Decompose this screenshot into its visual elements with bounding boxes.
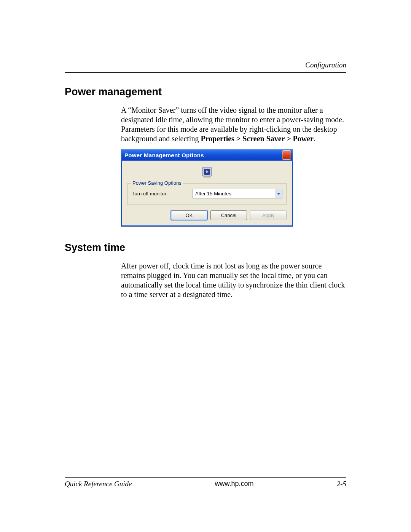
svg-point-2	[203, 176, 211, 178]
ok-button[interactable]: OK	[171, 210, 207, 220]
cancel-button[interactable]: Cancel	[210, 210, 247, 220]
turn-off-monitor-row: Turn off monitor: After 15 Minutes	[132, 189, 282, 198]
apply-button: Apply	[250, 210, 287, 220]
footer-left: Quick Reference Guide	[65, 480, 132, 488]
para-text-bold: Properties > Screen Saver > Power	[201, 134, 314, 143]
turn-off-monitor-combo[interactable]: After 15 Minutes	[193, 189, 282, 198]
groupbox-legend: Power Saving Options	[131, 180, 183, 186]
page-footer: Quick Reference Guide www.hp.com 2-5	[65, 477, 346, 488]
para-text-end: .	[314, 134, 315, 143]
power-management-dialog: Power Management Options	[121, 149, 293, 227]
combo-dropdown-button[interactable]	[275, 189, 282, 198]
paragraph-system-time: After power off, clock time is not lost …	[121, 261, 346, 299]
dialog-button-row: OK Cancel Apply	[127, 210, 287, 220]
chevron-down-icon	[277, 191, 280, 197]
combo-value: After 15 Minutes	[193, 189, 275, 198]
footer-right: 2-5	[337, 480, 346, 488]
dialog-title: Power Management Options	[124, 152, 282, 158]
footer-center: www.hp.com	[215, 480, 254, 488]
heading-power-management: Power management	[65, 86, 346, 98]
power-saving-groupbox: Power Saving Options Turn off monitor: A…	[127, 183, 287, 205]
heading-system-time: System time	[65, 242, 346, 254]
power-management-icon	[200, 165, 214, 179]
close-button[interactable]	[282, 150, 291, 160]
chapter-header: Configuration	[65, 61, 346, 73]
paragraph-power-management: A “Monitor Saver” turns off the video si…	[121, 105, 346, 144]
dialog-body: Power Saving Options Turn off monitor: A…	[121, 161, 293, 226]
turn-off-monitor-label: Turn off monitor:	[132, 191, 193, 197]
dialog-titlebar[interactable]: Power Management Options	[121, 149, 293, 161]
dialog-icon-row	[127, 165, 287, 179]
